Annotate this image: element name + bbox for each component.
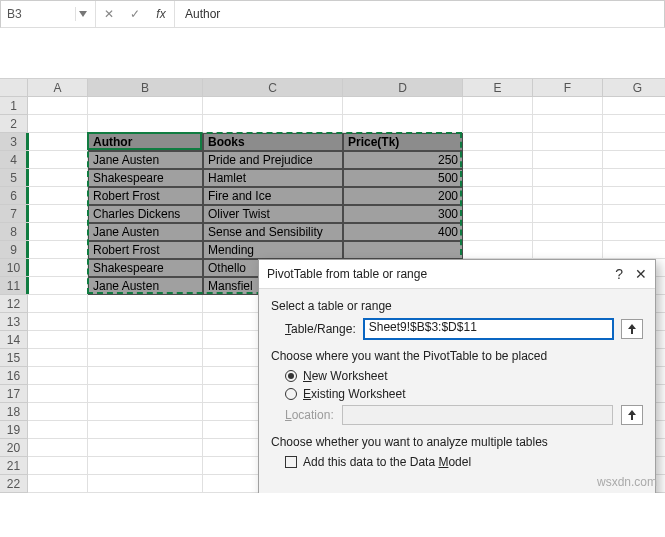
cell-B7[interactable]: Charles Dickens bbox=[88, 205, 203, 223]
confirm-entry-button[interactable]: ✓ bbox=[122, 1, 148, 27]
cell-B18[interactable] bbox=[88, 403, 203, 421]
row-header-12[interactable]: 12 bbox=[0, 295, 28, 313]
cell-B13[interactable] bbox=[88, 313, 203, 331]
cell-G2[interactable] bbox=[603, 115, 665, 133]
row-header-10[interactable]: 10 bbox=[0, 259, 28, 277]
cell-C8[interactable]: Sense and Sensibility bbox=[203, 223, 343, 241]
help-button[interactable]: ? bbox=[615, 266, 623, 282]
cell-E8[interactable] bbox=[463, 223, 533, 241]
cell-D1[interactable] bbox=[343, 97, 463, 115]
row-header-17[interactable]: 17 bbox=[0, 385, 28, 403]
cell-E1[interactable] bbox=[463, 97, 533, 115]
row-header-15[interactable]: 15 bbox=[0, 349, 28, 367]
cell-B5[interactable]: Shakespeare bbox=[88, 169, 203, 187]
cell-C6[interactable]: Fire and Ice bbox=[203, 187, 343, 205]
column-header-B[interactable]: B bbox=[88, 79, 203, 97]
cell-B22[interactable] bbox=[88, 475, 203, 493]
cell-B10[interactable]: Shakespeare bbox=[88, 259, 203, 277]
cell-A9[interactable] bbox=[28, 241, 88, 259]
collapse-location-button[interactable] bbox=[621, 405, 643, 425]
cell-D3[interactable]: Price(Tk) bbox=[343, 133, 463, 151]
cell-F2[interactable] bbox=[533, 115, 603, 133]
cell-F3[interactable] bbox=[533, 133, 603, 151]
cell-F9[interactable] bbox=[533, 241, 603, 259]
row-header-9[interactable]: 9 bbox=[0, 241, 28, 259]
row-header-8[interactable]: 8 bbox=[0, 223, 28, 241]
cell-B19[interactable] bbox=[88, 421, 203, 439]
cell-G3[interactable] bbox=[603, 133, 665, 151]
column-header-C[interactable]: C bbox=[203, 79, 343, 97]
cell-A14[interactable] bbox=[28, 331, 88, 349]
cell-F8[interactable] bbox=[533, 223, 603, 241]
cell-F4[interactable] bbox=[533, 151, 603, 169]
cell-A10[interactable] bbox=[28, 259, 88, 277]
cell-G4[interactable] bbox=[603, 151, 665, 169]
cell-D8[interactable]: 400 bbox=[343, 223, 463, 241]
cell-B6[interactable]: Robert Frost bbox=[88, 187, 203, 205]
column-header-D[interactable]: D bbox=[343, 79, 463, 97]
row-header-19[interactable]: 19 bbox=[0, 421, 28, 439]
name-box-dropdown-icon[interactable] bbox=[75, 7, 89, 21]
row-header-7[interactable]: 7 bbox=[0, 205, 28, 223]
cell-B8[interactable]: Jane Austen bbox=[88, 223, 203, 241]
cell-F1[interactable] bbox=[533, 97, 603, 115]
insert-function-button[interactable]: fx bbox=[148, 1, 174, 27]
cell-A8[interactable] bbox=[28, 223, 88, 241]
cell-C4[interactable]: Pride and Prejudice bbox=[203, 151, 343, 169]
cell-B2[interactable] bbox=[88, 115, 203, 133]
cell-A3[interactable] bbox=[28, 133, 88, 151]
cell-A19[interactable] bbox=[28, 421, 88, 439]
select-all-cell[interactable] bbox=[0, 79, 28, 97]
row-header-3[interactable]: 3 bbox=[0, 133, 28, 151]
cell-B20[interactable] bbox=[88, 439, 203, 457]
cell-E2[interactable] bbox=[463, 115, 533, 133]
cell-B1[interactable] bbox=[88, 97, 203, 115]
cell-G8[interactable] bbox=[603, 223, 665, 241]
cell-C7[interactable]: Oliver Twist bbox=[203, 205, 343, 223]
cell-C2[interactable] bbox=[203, 115, 343, 133]
checkbox-datamodel[interactable] bbox=[285, 456, 297, 468]
cell-A4[interactable] bbox=[28, 151, 88, 169]
cell-A17[interactable] bbox=[28, 385, 88, 403]
cell-E6[interactable] bbox=[463, 187, 533, 205]
dialog-titlebar[interactable]: PivotTable from table or range ? ✕ bbox=[259, 260, 655, 289]
cell-D9[interactable] bbox=[343, 241, 463, 259]
cell-E9[interactable] bbox=[463, 241, 533, 259]
name-box[interactable]: B3 bbox=[1, 1, 96, 27]
cell-B16[interactable] bbox=[88, 367, 203, 385]
cell-B14[interactable] bbox=[88, 331, 203, 349]
cell-E5[interactable] bbox=[463, 169, 533, 187]
cell-C3[interactable]: Books bbox=[203, 133, 343, 151]
formula-input[interactable]: Author bbox=[175, 1, 664, 27]
cell-D5[interactable]: 500 bbox=[343, 169, 463, 187]
row-header-6[interactable]: 6 bbox=[0, 187, 28, 205]
row-header-4[interactable]: 4 bbox=[0, 151, 28, 169]
cell-A7[interactable] bbox=[28, 205, 88, 223]
cell-E7[interactable] bbox=[463, 205, 533, 223]
cell-F7[interactable] bbox=[533, 205, 603, 223]
cell-A1[interactable] bbox=[28, 97, 88, 115]
cell-F6[interactable] bbox=[533, 187, 603, 205]
row-header-11[interactable]: 11 bbox=[0, 277, 28, 295]
cell-G7[interactable] bbox=[603, 205, 665, 223]
cell-B21[interactable] bbox=[88, 457, 203, 475]
cell-A2[interactable] bbox=[28, 115, 88, 133]
cell-B4[interactable]: Jane Austen bbox=[88, 151, 203, 169]
row-header-14[interactable]: 14 bbox=[0, 331, 28, 349]
cell-C5[interactable]: Hamlet bbox=[203, 169, 343, 187]
cell-D6[interactable]: 200 bbox=[343, 187, 463, 205]
collapse-dialog-button[interactable] bbox=[621, 319, 643, 339]
row-header-22[interactable]: 22 bbox=[0, 475, 28, 493]
cell-G1[interactable] bbox=[603, 97, 665, 115]
cell-A21[interactable] bbox=[28, 457, 88, 475]
cell-D7[interactable]: 300 bbox=[343, 205, 463, 223]
cell-G5[interactable] bbox=[603, 169, 665, 187]
cell-E3[interactable] bbox=[463, 133, 533, 151]
cell-B3[interactable]: Author bbox=[88, 133, 203, 151]
cell-A18[interactable] bbox=[28, 403, 88, 421]
cell-D2[interactable] bbox=[343, 115, 463, 133]
cell-B17[interactable] bbox=[88, 385, 203, 403]
cell-A12[interactable] bbox=[28, 295, 88, 313]
column-header-G[interactable]: G bbox=[603, 79, 665, 97]
cell-B11[interactable]: Jane Austen bbox=[88, 277, 203, 295]
